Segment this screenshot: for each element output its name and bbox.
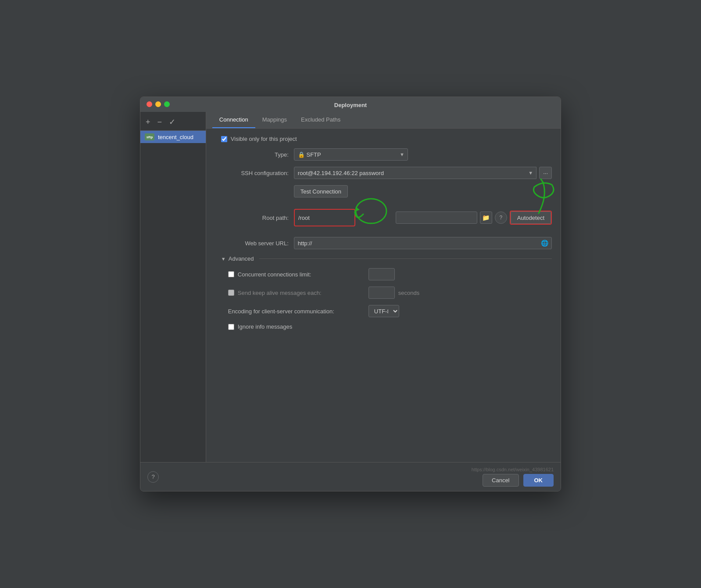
ssh-select-wrapper: root@42.194.192.46:22 password ▼	[294, 167, 536, 179]
traffic-lights	[147, 101, 170, 107]
type-select-wrapper: 🔒 SFTP FTP FTPS ▼	[294, 148, 408, 161]
minimize-button[interactable]	[155, 101, 161, 107]
svg-marker-1	[355, 207, 360, 212]
sidebar-item-label: tencent_cloud	[158, 134, 193, 140]
window-title: Deployment	[334, 102, 367, 108]
sidebar-toolbar: + − ✓	[140, 115, 206, 131]
footer-buttons: Cancel OK	[483, 474, 554, 487]
advanced-toggle-icon[interactable]: ▼	[221, 256, 226, 262]
test-connection-button[interactable]: Test Connection	[294, 185, 348, 197]
type-select[interactable]: 🔒 SFTP FTP FTPS	[294, 148, 408, 161]
ignore-info-text: Ignore info messages	[238, 323, 292, 330]
sidebar-item-tencent-cloud[interactable]: sftp tencent_cloud	[140, 131, 206, 143]
visible-only-label: Visible only for this project	[231, 136, 297, 142]
root-path-label: Root path:	[215, 215, 294, 221]
remove-button[interactable]: −	[157, 118, 163, 126]
title-bar: Deployment	[140, 97, 561, 112]
autodetect-button[interactable]: Autodetect	[511, 212, 551, 224]
sidebar: + − ✓ sftp tencent_cloud	[140, 112, 206, 462]
encoding-row: Encoding for client-server communication…	[215, 305, 552, 317]
green-arrow-svg	[354, 196, 393, 226]
concurrent-checkbox[interactable]	[228, 271, 234, 277]
ignore-info-checkbox[interactable]	[228, 324, 234, 330]
web-icon: 🌐	[541, 240, 548, 247]
tab-connection[interactable]: Connection	[212, 112, 255, 128]
advanced-header: ▼ Advanced	[215, 255, 552, 262]
ignore-info-label: Ignore info messages	[228, 323, 368, 330]
encoding-select[interactable]: UTF-8 UTF-16 ISO-8859-1	[368, 305, 399, 317]
green-arrow-annotation	[358, 204, 393, 231]
ignore-info-row: Ignore info messages	[215, 323, 552, 330]
web-server-url-input[interactable]	[294, 237, 552, 249]
maximize-button[interactable]	[164, 101, 170, 107]
visible-only-checkbox[interactable]	[221, 136, 227, 142]
sftp-icon: sftp	[145, 133, 154, 140]
tab-mappings[interactable]: Mappings	[255, 112, 294, 128]
concurrent-text: Concurrent connections limit:	[238, 271, 311, 278]
ok-button[interactable]: OK	[523, 474, 554, 487]
close-button[interactable]	[147, 101, 152, 107]
keep-alive-row: Send keep alive messages each: seconds	[215, 287, 552, 299]
help-button[interactable]: ?	[147, 471, 159, 483]
concurrent-input[interactable]	[368, 268, 395, 280]
ssh-config-more-button[interactable]: ···	[539, 167, 552, 179]
keep-alive-checkbox[interactable]	[228, 290, 234, 296]
footer: ? https://blog.csdn.net/weixin_43981621 …	[140, 462, 561, 491]
advanced-line	[259, 258, 552, 259]
ssh-config-label: SSH configuration:	[215, 170, 294, 176]
check-button[interactable]: ✓	[168, 118, 176, 126]
web-server-url-label: Web server URL:	[215, 240, 294, 247]
tabs: Connection Mappings Excluded Paths	[206, 112, 561, 129]
root-path-highlighted-box	[294, 209, 355, 226]
cancel-button[interactable]: Cancel	[483, 474, 519, 487]
tab-excluded-paths[interactable]: Excluded Paths	[294, 112, 347, 128]
footer-url: https://blog.csdn.net/weixin_43981621	[472, 467, 554, 472]
add-button[interactable]: +	[145, 118, 151, 126]
root-path-row: Root path:	[215, 204, 552, 231]
svg-point-0	[356, 199, 386, 223]
ssh-select[interactable]: root@42.194.192.46:22 password	[294, 167, 536, 179]
root-path-help-button[interactable]: ?	[495, 212, 507, 224]
visible-only-row: Visible only for this project	[215, 136, 552, 142]
keep-alive-text: Send keep alive messages each:	[238, 290, 322, 296]
test-connection-row: Test Connection	[294, 185, 552, 197]
keep-alive-label: Send keep alive messages each:	[228, 290, 368, 296]
concurrent-row: Concurrent connections limit:	[215, 268, 552, 280]
autodetect-highlighted-box: Autodetect	[510, 211, 552, 225]
type-label: Type:	[215, 151, 294, 158]
content-area: Connection Mappings Excluded Paths Visib…	[206, 112, 561, 462]
keep-alive-suffix: seconds	[398, 290, 419, 296]
concurrent-label: Concurrent connections limit:	[228, 271, 368, 278]
advanced-title: Advanced	[229, 255, 254, 262]
form-area: Visible only for this project Type: 🔒 SF…	[206, 129, 561, 462]
root-path-folder-button[interactable]: 📁	[480, 212, 492, 224]
root-path-input[interactable]	[298, 212, 351, 224]
encoding-label: Encoding for client-server communication…	[228, 308, 368, 315]
advanced-section: ▼ Advanced Concurrent connections limit:	[215, 255, 552, 330]
web-server-url-row: Web server URL: 🌐	[215, 237, 552, 249]
ssh-config-row: SSH configuration: root@42.194.192.46:22…	[215, 167, 552, 179]
keep-alive-input[interactable]	[368, 287, 395, 299]
root-path-extra-input[interactable]	[396, 212, 477, 224]
svg-line-2	[541, 179, 543, 183]
type-row: Type: 🔒 SFTP FTP FTPS ▼	[215, 148, 552, 161]
